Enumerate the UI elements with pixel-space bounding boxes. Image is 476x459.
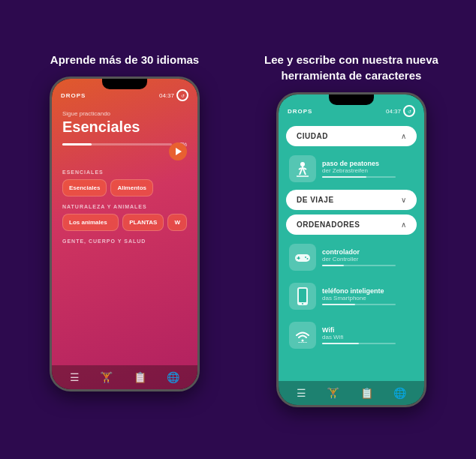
svg-line-3 [300,171,301,175]
svg-line-4 [304,171,306,175]
cat-esenciales[interactable]: Esenciales [62,179,107,196]
word-progress-fill-paso [322,176,366,178]
word-sub-paso: der Zebrastreifen [322,167,414,174]
bottom-nav-right: ☰ 🏋 📋 🌐 [279,381,424,405]
word-progress-wifi [322,343,396,344]
category-ciudad-label: CIUDAD [297,132,328,140]
right-panel-title: Lee y escribe con nuestra nueva herramie… [242,52,461,83]
progress-bar-fill [62,143,92,146]
nav-icon-globe-left[interactable]: 🌐 [167,371,179,383]
word-main-controlador: controlador [322,248,414,256]
nav-icon-barbell-right[interactable]: 🏋 [327,387,339,399]
brand-left: DROPS [61,92,86,99]
svg-point-12 [307,258,309,260]
section-naturaleza: NATURALEZA Y ANIMALES [62,204,187,209]
category-de-viaje-label: DE VIAJE [297,196,334,204]
category-ciudad[interactable]: CIUDAD ∧ [286,126,417,146]
cat-w[interactable]: W [167,214,187,231]
word-progress-telefono [322,304,396,305]
word-progress-fill-wifi [322,343,359,344]
word-telefono: teléfono inteligente das Smartphone [286,278,417,314]
status-icon-left: ↺ [176,89,188,101]
nav-icon-clipboard-right[interactable]: 📋 [360,387,373,399]
chevron-de-viaje: ∨ [401,196,406,204]
word-main-telefono: teléfono inteligente [322,287,414,295]
nav-icon-list-right[interactable]: ☰ [297,387,306,399]
cat-plantas[interactable]: PLANTAS [122,214,164,231]
lesson-title: Esenciales [62,118,187,136]
time-right: 04:37 [386,108,401,115]
nav-icon-barbell-left[interactable]: 🏋 [100,371,113,383]
phone2-content: CIUDAD ∧ [279,120,424,381]
svg-point-15 [302,303,303,304]
word-main-paso: paso de peatones [322,160,414,167]
word-progress-paso [322,176,396,178]
word-wifi: Wifi das Wifi [286,317,417,353]
nav-icon-globe-right[interactable]: 🌐 [393,387,406,399]
word-sub-controlador: der Controller [322,256,414,262]
left-panel-title: Aprende más de 30 idiomas [50,52,199,68]
category-de-viaje[interactable]: DE VIAJE ∨ [286,190,417,210]
section-esenciales: ESENCIALES [62,170,187,175]
progress-row: 27% [62,142,187,147]
bottom-nav-left: ☰ 🏋 📋 🌐 [52,365,197,389]
svg-point-0 [300,162,305,166]
word-progress-controlador [322,265,396,266]
time-left: 04:37 [159,92,174,99]
phone-right: DROPS 04:37 ↺ CIUDAD ∧ [276,92,426,407]
word-text-controlador: controlador der Controller [322,248,414,266]
svg-point-16 [302,340,304,342]
phone2-screen: DROPS 04:37 ↺ CIUDAD ∧ [279,94,424,405]
wifi-icon [289,322,316,349]
category-grid-esenciales: Esenciales Alimentos [62,179,187,196]
left-panel: Aprende más de 30 idiomas DROPS 04:37 ↺ [15,52,234,392]
main-container: Aprende más de 30 idiomas DROPS 04:37 ↺ [0,44,476,415]
status-right-right: 04:37 ↺ [386,105,415,117]
word-sub-wifi: das Wifi [322,334,414,340]
svg-point-11 [305,256,306,258]
pedestrian-icon [289,155,316,182]
nav-icon-clipboard-left[interactable]: 📋 [134,371,146,383]
smartphone-icon [289,283,316,310]
svg-rect-10 [297,258,300,260]
word-controlador: controlador der Controller [286,239,417,275]
word-progress-fill-telefono [322,304,355,305]
phone-left: DROPS 04:37 ↺ Sigue practicando Esencial… [50,76,200,392]
phone1-screen: DROPS 04:37 ↺ Sigue practicando Esencial… [52,79,197,389]
category-ordenadores[interactable]: ORDENADORES ∧ [286,214,417,235]
svg-line-6 [304,168,306,170]
status-right-left: 04:37 ↺ [159,89,188,101]
controller-icon [289,244,316,271]
svg-rect-14 [299,289,306,302]
phone1-content: Sigue practicando Esenciales 27% [52,104,197,365]
play-button[interactable] [169,142,187,160]
word-main-wifi: Wifi [322,326,414,334]
word-paso-peatones: paso de peatones der Zebrastreifen [286,151,417,187]
play-icon [176,148,182,155]
cat-alimentos[interactable]: Alimentos [110,179,153,196]
word-progress-fill-controlador [322,265,344,266]
nav-icon-list-left[interactable]: ☰ [70,371,80,383]
keep-practicing-label: Sigue practicando [62,110,187,117]
category-grid-naturaleza: Los animales PLANTAS W [62,214,187,231]
svg-line-5 [299,168,301,170]
word-sub-telefono: das Smartphone [322,295,414,302]
chevron-ordenadores: ∧ [401,220,406,229]
progress-bar-bg [62,143,172,146]
category-ordenadores-label: ORDENADORES [297,220,360,229]
word-text-telefono: teléfono inteligente das Smartphone [322,287,414,305]
right-panel: Lee y escribe con nuestra nueva herramie… [242,52,461,407]
status-icon-right: ↺ [403,105,415,117]
phone-notch-left [102,79,147,89]
chevron-ciudad: ∧ [401,132,406,140]
word-text-paso: paso de peatones der Zebrastreifen [322,160,414,178]
brand-right: DROPS [288,108,312,115]
cat-animales[interactable]: Los animales [62,214,119,231]
phone-notch-right [329,94,374,105]
section-gente: GENTE, CUERPO Y SALUD [62,238,187,244]
word-text-wifi: Wifi das Wifi [322,326,414,344]
